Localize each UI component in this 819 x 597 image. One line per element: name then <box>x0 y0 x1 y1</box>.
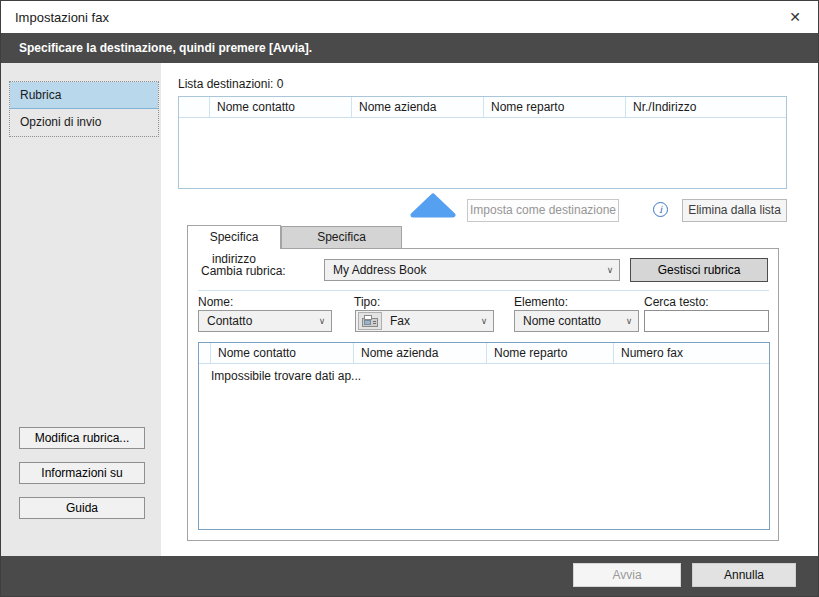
edit-address-book-button[interactable]: Modifica rubrica... <box>19 427 145 449</box>
search-text-input[interactable] <box>644 310 769 332</box>
element-label: Elemento: <box>514 295 568 309</box>
column-header-nr-indirizzo: Nr./Indirizzo <box>626 97 786 117</box>
name-select[interactable]: Contatto ∨ <box>198 310 332 332</box>
column-header-empty <box>179 97 210 117</box>
manage-book-button[interactable]: Gestisci rubrica <box>630 258 768 282</box>
address-tab-panel: Cambia rubrica: My Address Book ∨ Gestis… <box>187 248 779 541</box>
column-header-nome-contatto: Nome contatto <box>211 343 354 363</box>
help-button[interactable]: Guida <box>19 497 145 519</box>
info-icon[interactable]: i <box>653 202 668 217</box>
column-header-empty <box>199 343 211 363</box>
title-bar: Impostazioni fax ✕ <box>1 1 818 33</box>
start-button[interactable]: Avvia <box>573 563 681 587</box>
sidebar-item-rubrica[interactable]: Rubrica <box>10 82 158 109</box>
destination-list-table[interactable]: Nome contatto Nome azienda Nome reparto … <box>178 96 787 189</box>
chevron-down-icon: ∨ <box>313 316 331 326</box>
results-table-header: Nome contatto Nome azienda Nome reparto … <box>199 343 769 364</box>
chevron-down-icon: ∨ <box>475 316 493 326</box>
main-content: Lista destinazioni: 0 Nome contatto Nome… <box>161 63 819 556</box>
column-header-nome-azienda: Nome azienda <box>352 97 484 117</box>
search-text-label: Cerca testo: <box>644 295 709 309</box>
chevron-down-icon: ∨ <box>601 265 619 275</box>
tab-specifica-destinazione[interactable]: Specifica destinazione <box>281 226 402 249</box>
set-as-destination-button[interactable]: Imposta come destinazione <box>467 199 619 222</box>
up-arrow-icon <box>409 193 457 219</box>
close-icon[interactable]: ✕ <box>782 6 808 28</box>
sidebar-item-label: Opzioni di invio <box>20 115 101 129</box>
column-header-nome-contatto: Nome contatto <box>210 97 352 117</box>
column-header-nome-reparto: Nome reparto <box>484 97 626 117</box>
sidebar: Rubrica Opzioni di invio Modifica rubric… <box>1 63 161 556</box>
instruction-bar: Specificare la destinazione, quindi prem… <box>1 33 818 63</box>
results-table[interactable]: Nome contatto Nome azienda Nome reparto … <box>198 342 770 530</box>
about-button[interactable]: Informazioni su <box>19 462 145 484</box>
fax-settings-dialog: Impostazioni fax ✕ Specificare la destin… <box>0 0 819 597</box>
address-book-select-value: My Address Book <box>325 263 601 277</box>
instruction-text: Specificare la destinazione, quindi prem… <box>19 41 312 55</box>
cancel-button[interactable]: Annulla <box>692 563 796 587</box>
name-label: Nome: <box>198 295 233 309</box>
destination-list-label: Lista destinazioni: 0 <box>178 77 283 91</box>
column-header-numero-fax: Numero fax <box>614 343 769 363</box>
chevron-down-icon: ∨ <box>620 316 638 326</box>
footer-bar: Avvia Annulla <box>1 556 818 597</box>
delete-from-list-button[interactable]: Elimina dalla lista <box>682 199 787 222</box>
destination-table-header: Nome contatto Nome azienda Nome reparto … <box>179 97 786 118</box>
address-book-select[interactable]: My Address Book ∨ <box>324 259 620 281</box>
column-header-nome-reparto: Nome reparto <box>487 343 614 363</box>
results-empty-message: Impossibile trovare dati ap... <box>211 369 361 383</box>
fax-icon <box>358 312 382 330</box>
name-select-value: Contatto <box>199 314 313 328</box>
sidebar-item-opzioni-di-invio[interactable]: Opzioni di invio <box>10 109 158 136</box>
tab-specifica-indirizzo[interactable]: Specifica indirizzo <box>187 225 281 249</box>
window-title: Impostazioni fax <box>15 10 109 25</box>
column-header-nome-azienda: Nome azienda <box>354 343 487 363</box>
type-select[interactable]: Fax ∨ <box>355 310 494 332</box>
sidebar-nav: Rubrica Opzioni di invio <box>9 81 159 137</box>
type-select-value: Fax <box>382 314 475 328</box>
type-label: Tipo: <box>354 295 380 309</box>
element-select[interactable]: Nome contatto ∨ <box>514 310 639 332</box>
separator-line <box>198 290 769 291</box>
element-select-value: Nome contatto <box>515 314 620 328</box>
sidebar-item-label: Rubrica <box>20 88 61 102</box>
